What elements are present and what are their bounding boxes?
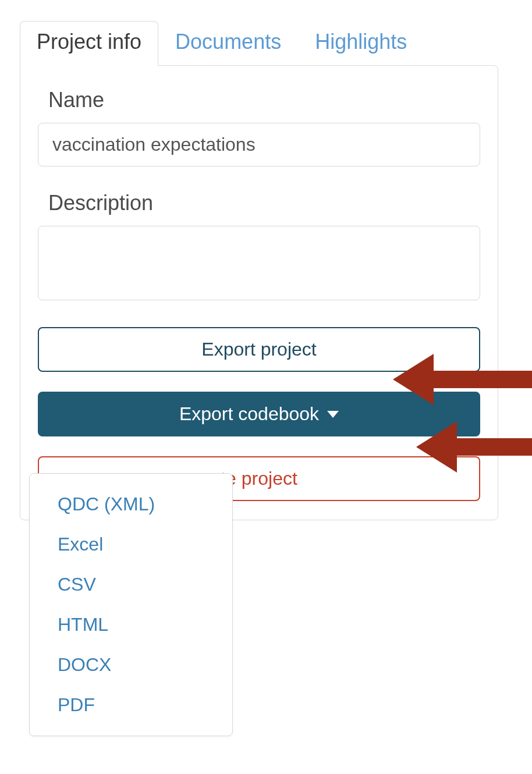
tab-project-info[interactable]: Project info: [20, 21, 158, 66]
description-field-group: Description: [38, 191, 480, 303]
export-codebook-dropdown: QDC (XML) Excel CSV HTML DOCX PDF: [29, 473, 233, 736]
dropdown-item-html[interactable]: HTML: [30, 605, 232, 645]
name-input[interactable]: [38, 123, 480, 166]
dropdown-item-pdf[interactable]: PDF: [30, 685, 232, 725]
tab-bar: Project info Documents Highlights: [20, 21, 498, 65]
dropdown-item-qdc-xml[interactable]: QDC (XML): [30, 484, 232, 524]
tab-documents[interactable]: Documents: [158, 21, 298, 65]
caret-down-icon: [327, 411, 339, 418]
tab-highlights[interactable]: Highlights: [298, 21, 424, 65]
tab-project-info-label: Project info: [37, 30, 141, 54]
description-label: Description: [48, 191, 480, 215]
annotation-arrow-export-project: [393, 354, 532, 406]
description-textarea[interactable]: [38, 226, 480, 300]
annotation-arrow-export-codebook: [416, 421, 532, 474]
dropdown-item-csv[interactable]: CSV: [30, 564, 232, 605]
export-codebook-label: Export codebook: [179, 403, 319, 425]
name-label: Name: [48, 88, 480, 112]
dropdown-item-docx[interactable]: DOCX: [30, 645, 232, 685]
export-project-label: Export project: [201, 339, 316, 360]
tab-highlights-label: Highlights: [315, 30, 407, 54]
tab-documents-label: Documents: [175, 30, 281, 54]
name-field-group: Name: [38, 88, 480, 166]
dropdown-item-excel[interactable]: Excel: [30, 524, 232, 564]
